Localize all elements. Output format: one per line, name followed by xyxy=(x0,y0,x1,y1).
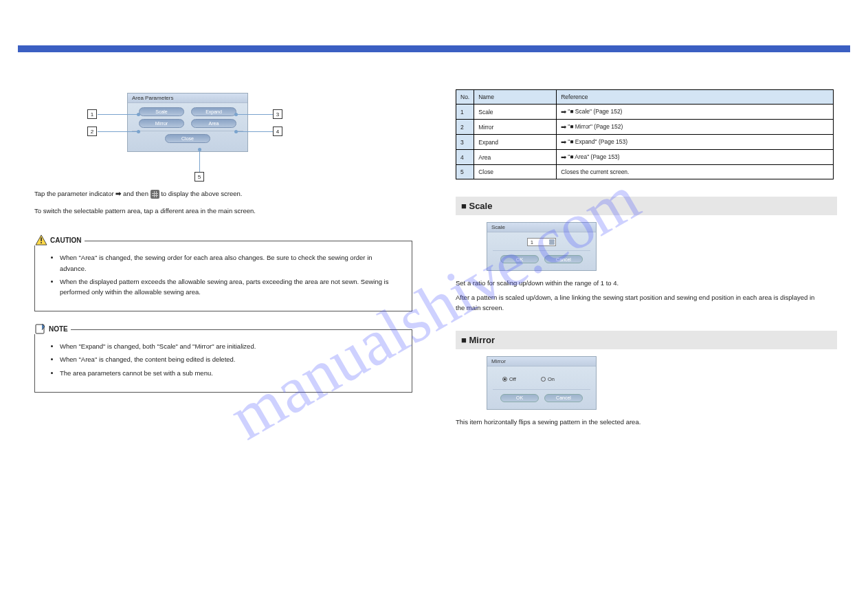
table-row: 3 Expand ➡"■ Expand" (Page 153) xyxy=(456,135,834,150)
list-item: The area parameters cannot be set with a… xyxy=(60,368,398,378)
cancel-button[interactable]: Cancel xyxy=(544,255,583,263)
callout-dot xyxy=(137,130,140,133)
cell: ➡"■ Area" (Page 153) xyxy=(557,150,834,165)
text: Closes the current screen. xyxy=(561,168,629,175)
text: Scale xyxy=(469,201,492,211)
table-row: 4 Area ➡"■ Area" (Page 153) xyxy=(456,150,834,165)
scale-desc: Set a ratio for scaling up/down within t… xyxy=(456,278,820,314)
cell: ➡"■ Mirror" (Page 152) xyxy=(557,120,834,135)
mirror-dialog: Mirror Off On OK Cancel xyxy=(487,356,597,410)
section-mirror-heading: ■ Mirror xyxy=(456,331,837,349)
arrow-icon: ➡ xyxy=(561,153,566,161)
table-header: Name xyxy=(474,90,557,105)
cell: 3 xyxy=(456,135,474,150)
callout-1: 1 xyxy=(87,109,97,119)
cell: 1 xyxy=(456,105,474,120)
expand-button[interactable]: Expand xyxy=(191,107,236,116)
table-header: No. xyxy=(456,90,474,105)
section-scale-heading: ■ Scale xyxy=(456,197,837,215)
table-row: 1 Scale ➡"■ Scale" (Page 152) xyxy=(456,105,834,120)
note-box: NOTE When "Expand" is changed, both "Sca… xyxy=(34,329,412,393)
svg-rect-2 xyxy=(41,243,42,244)
cell: ➡"■ Expand" (Page 153) xyxy=(557,135,834,150)
text: Mirror xyxy=(469,335,495,345)
text: To switch the selectable pattern area, t… xyxy=(34,207,256,215)
caution-box: CAUTION When "Area" is changed, the sewi… xyxy=(34,241,412,311)
intro-text: Tap the parameter indicator ➡ and then t… xyxy=(34,189,412,216)
callout-dot xyxy=(234,130,238,133)
table-header: Reference xyxy=(557,90,834,105)
text: "■ Expand" (Page 153) xyxy=(568,138,627,145)
callout-line xyxy=(98,131,137,132)
text: Set a ratio for scaling up/down within t… xyxy=(456,278,820,288)
caution-icon xyxy=(35,234,47,245)
scale-button[interactable]: Scale xyxy=(139,107,184,116)
area-parameters-figure: Area Parameters Scale Expand Mirror Area… xyxy=(93,93,333,175)
cell: Closes the current screen. xyxy=(557,165,834,179)
cell: 5 xyxy=(456,165,474,179)
dialog-title: Area Parameters xyxy=(128,94,247,103)
spinner-icon[interactable] xyxy=(549,239,555,245)
ok-button[interactable]: OK xyxy=(500,255,539,263)
list-item: When the displayed pattern exceeds the a… xyxy=(60,276,398,297)
text: After a pattern is scaled up/down, a lin… xyxy=(456,292,820,313)
note-title: NOTE xyxy=(49,325,68,333)
callout-dot xyxy=(234,113,238,116)
callout-line xyxy=(237,131,273,132)
ok-button[interactable]: OK xyxy=(500,394,539,402)
arrow-icon: ➡ xyxy=(561,108,566,116)
scale-dialog: Scale 1 OK Cancel xyxy=(487,222,597,271)
text: On xyxy=(548,376,555,382)
text: and then xyxy=(123,190,151,197)
list-item: When "Expand" is changed, both "Scale" a… xyxy=(60,341,398,351)
dialog-title: Scale xyxy=(487,223,596,232)
text: "■ Area" (Page 153) xyxy=(568,153,619,160)
area-parameters-dialog: Area Parameters Scale Expand Mirror Area… xyxy=(127,93,248,152)
svg-rect-1 xyxy=(41,238,42,241)
mirror-desc: This item horizontally flips a sewing pa… xyxy=(456,417,820,427)
close-button[interactable]: Close xyxy=(165,134,210,143)
callout-dot xyxy=(137,113,140,116)
area-button[interactable]: Area xyxy=(191,119,236,128)
callout-line xyxy=(237,114,273,115)
cancel-button[interactable]: Cancel xyxy=(544,394,583,402)
text: "■ Mirror" (Page 152) xyxy=(568,123,623,130)
radio-off[interactable]: Off xyxy=(502,376,516,382)
list-item: When "Area" is changed, the sewing order… xyxy=(60,252,398,273)
cell: Close xyxy=(474,165,557,179)
arrow-icon: ➡ xyxy=(561,123,566,131)
text: Tap the parameter indicator xyxy=(34,190,114,197)
cell: Area xyxy=(474,150,557,165)
mirror-button[interactable]: Mirror xyxy=(139,119,184,128)
callout-5: 5 xyxy=(194,172,204,182)
scale-value-input[interactable]: 1 xyxy=(527,238,556,246)
callout-3: 3 xyxy=(273,109,282,119)
cell: Scale xyxy=(474,105,557,120)
text: to display the above screen. xyxy=(161,190,242,197)
table-row: 2 Mirror ➡"■ Mirror" (Page 152) xyxy=(456,120,834,135)
callout-2: 2 xyxy=(87,127,97,136)
text: "■ Scale" (Page 152) xyxy=(568,108,622,115)
cell: Mirror xyxy=(474,120,557,135)
radio-icon xyxy=(541,377,546,382)
cell: Expand xyxy=(474,135,557,150)
callout-dot xyxy=(198,148,201,151)
callout-4: 4 xyxy=(273,127,282,136)
caution-title: CAUTION xyxy=(50,237,82,244)
table-row: 5 Close Closes the current screen. xyxy=(456,165,834,179)
list-item: When "Area" is changed, the content bein… xyxy=(60,354,398,364)
callout-line xyxy=(199,151,200,172)
cell: ➡"■ Scale" (Page 152) xyxy=(557,105,834,120)
arrow-icon: ➡ xyxy=(561,138,566,146)
note-icon xyxy=(35,323,46,334)
cell: 2 xyxy=(456,120,474,135)
arrow-icon: ➡ xyxy=(115,190,121,197)
radio-on[interactable]: On xyxy=(541,376,555,382)
cell: 4 xyxy=(456,150,474,165)
grid-icon xyxy=(151,190,159,199)
radio-icon xyxy=(502,377,507,382)
dialog-title: Mirror xyxy=(487,357,596,366)
reference-table: No. Name Reference 1 Scale ➡"■ Scale" (P… xyxy=(456,89,834,179)
callout-line xyxy=(98,114,137,115)
input-value: 1 xyxy=(531,240,533,245)
